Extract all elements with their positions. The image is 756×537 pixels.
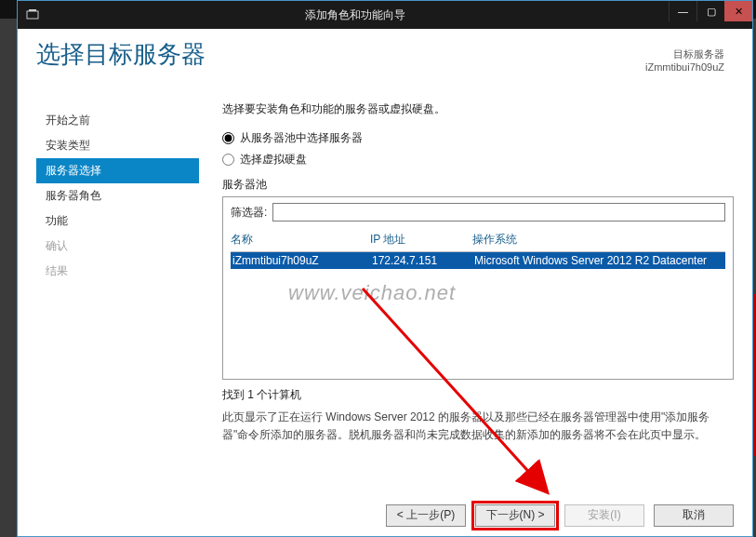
filter-label: 筛选器: (231, 205, 267, 221)
maximize-button[interactable]: ▢ (696, 1, 724, 21)
cancel-button[interactable]: 取消 (654, 504, 734, 527)
step-features[interactable]: 功能 (36, 208, 199, 234)
window-title: 添加角色和功能向导 (42, 7, 669, 23)
filter-input[interactable] (272, 203, 725, 222)
step-server-selection[interactable]: 服务器选择 (36, 158, 199, 183)
cell-os: Microsoft Windows Server 2012 R2 Datacen… (472, 254, 725, 267)
step-server-roles[interactable]: 服务器角色 (36, 183, 199, 208)
next-button[interactable]: 下一步(N) > (475, 504, 555, 527)
window-controls: — ▢ ✕ (669, 1, 752, 29)
install-button: 安装(I) (564, 504, 644, 527)
steps-sidebar: 开始之前 安装类型 服务器选择 服务器角色 功能 确认 结果 (36, 108, 199, 284)
title-bar: 添加角色和功能向导 — ▢ ✕ (18, 1, 752, 29)
col-name[interactable]: 名称 (231, 232, 370, 248)
step-results: 结果 (36, 259, 199, 284)
col-ip[interactable]: IP 地址 (370, 232, 472, 248)
radio-from-pool[interactable]: 从服务器池中选择服务器 (222, 130, 734, 146)
col-os[interactable]: 操作系统 (472, 232, 725, 248)
table-row[interactable]: iZmmtibui7h09uZ 172.24.7.151 Microsoft W… (231, 252, 725, 269)
svg-rect-1 (29, 9, 36, 11)
previous-button[interactable]: < 上一步(P) (386, 504, 466, 527)
instruction-text: 选择要安装角色和功能的服务器或虚拟硬盘。 (222, 101, 734, 117)
radio-vhd-input[interactable] (222, 154, 234, 166)
cell-name: iZmmtibui7h09uZ (231, 254, 370, 267)
svg-rect-0 (27, 11, 38, 19)
table-header: 名称 IP 地址 操作系统 (231, 232, 725, 252)
header: 选择目标服务器 目标服务器 iZmmtibui7h09uZ (36, 38, 734, 94)
wizard-window: 添加角色和功能向导 — ▢ ✕ 选择目标服务器 目标服务器 iZmmtibui7… (17, 0, 753, 537)
target-server-box: 目标服务器 iZmmtibui7h09uZ (645, 47, 724, 73)
step-confirmation: 确认 (36, 234, 199, 259)
cell-ip: 172.24.7.151 (370, 254, 472, 267)
target-label: 目标服务器 (645, 47, 724, 61)
radio-vhd[interactable]: 选择虚拟硬盘 (222, 152, 734, 168)
table-body: iZmmtibui7h09uZ 172.24.7.151 Microsoft W… (231, 252, 725, 373)
radio-from-pool-label: 从服务器池中选择服务器 (240, 130, 363, 146)
filter-row: 筛选器: (231, 203, 725, 222)
main-panel: 选择要安装角色和功能的服务器或虚拟硬盘。 从服务器池中选择服务器 选择虚拟硬盘 … (222, 101, 734, 536)
target-value: iZmmtibui7h09uZ (645, 61, 724, 73)
radio-vhd-label: 选择虚拟硬盘 (240, 152, 307, 168)
close-button[interactable]: ✕ (724, 1, 752, 21)
minimize-button[interactable]: — (669, 1, 696, 21)
footer-buttons: < 上一步(P) 下一步(N) > 安装(I) 取消 (18, 494, 752, 536)
server-pool-label: 服务器池 (222, 177, 734, 193)
note-text: 此页显示了正在运行 Windows Server 2012 的服务器以及那些已经… (222, 409, 734, 444)
step-before-you-begin[interactable]: 开始之前 (36, 108, 199, 133)
app-icon (23, 6, 42, 24)
page-heading: 选择目标服务器 (36, 38, 734, 71)
radio-from-pool-input[interactable] (222, 132, 234, 144)
computer-count: 找到 1 个计算机 (222, 387, 734, 403)
server-pool-box: 筛选器: 名称 IP 地址 操作系统 iZmmtibui7h09uZ 172.2… (222, 196, 734, 380)
step-installation-type[interactable]: 安装类型 (36, 133, 199, 158)
